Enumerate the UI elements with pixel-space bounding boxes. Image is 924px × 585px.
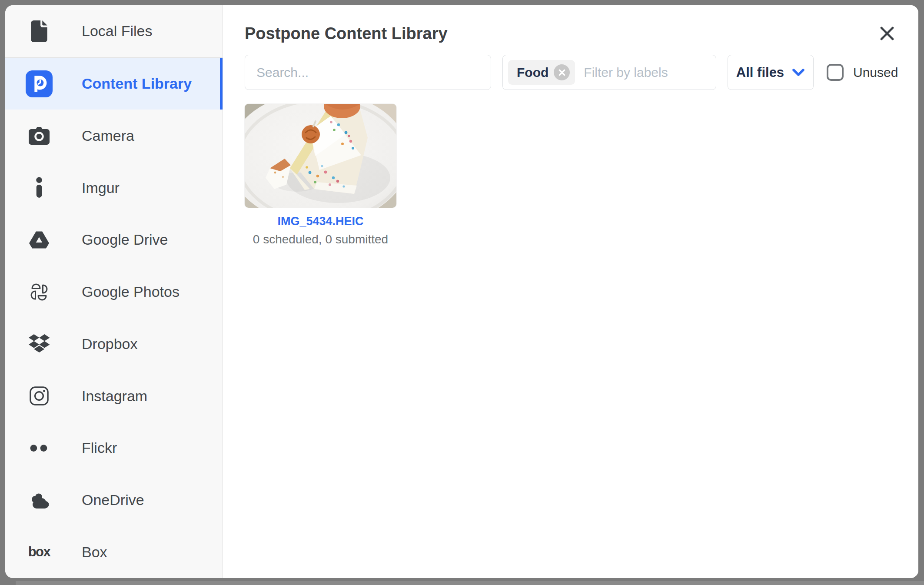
camera-icon xyxy=(25,122,53,150)
file-grid: IMG_5434.HEIC 0 scheduled, 0 submitted xyxy=(245,104,898,246)
unused-filter[interactable]: Unused xyxy=(827,64,898,81)
sidebar-item-onedrive[interactable]: OneDrive xyxy=(5,474,223,526)
label-filter-input[interactable] xyxy=(583,65,711,80)
sidebar-item-label: OneDrive xyxy=(82,492,144,509)
label-chip-food[interactable]: Food xyxy=(508,60,575,85)
sidebar-item-instagram[interactable]: Instagram xyxy=(5,370,223,422)
unused-checkbox[interactable] xyxy=(827,64,844,81)
google-photos-icon xyxy=(25,278,53,306)
chevron-down-icon xyxy=(792,68,805,77)
sidebar-item-label: Content Library xyxy=(82,75,192,92)
sidebar-item-camera[interactable]: Camera xyxy=(5,110,223,162)
horizontal-scrollbar[interactable] xyxy=(16,581,924,585)
sidebar-item-imgur[interactable]: Imgur xyxy=(5,162,223,214)
unused-checkbox-label: Unused xyxy=(853,65,898,80)
label-filter[interactable]: Food xyxy=(502,55,716,90)
file-type-select[interactable]: All files xyxy=(728,55,814,90)
sidebar-item-label: Instagram xyxy=(82,388,147,405)
filter-toolbar: Food All files xyxy=(245,55,898,90)
sidebar-item-label: Imgur xyxy=(82,179,120,196)
document-icon xyxy=(25,17,53,45)
sidebar-item-box[interactable]: box Box xyxy=(5,526,223,578)
onedrive-icon xyxy=(25,486,53,514)
sidebar-item-dropbox[interactable]: Dropbox xyxy=(5,318,223,370)
imgur-icon xyxy=(25,174,53,202)
file-thumbnail[interactable] xyxy=(245,104,396,208)
search-input[interactable] xyxy=(245,55,491,90)
file-type-select-value: All files xyxy=(736,65,784,80)
sidebar-item-flickr[interactable]: Flickr xyxy=(5,422,223,474)
sidebar-item-label: Camera xyxy=(82,127,134,144)
circle-x-icon xyxy=(558,69,565,76)
source-sidebar: Local Files Content Library xyxy=(5,5,223,578)
box-logo-icon: box xyxy=(25,538,53,566)
file-name-link[interactable]: IMG_5434.HEIC xyxy=(277,215,363,228)
sidebar-item-content-library[interactable]: Content Library xyxy=(5,57,223,110)
google-drive-icon xyxy=(25,226,53,254)
postpone-logo-icon xyxy=(25,70,53,98)
file-status: 0 scheduled, 0 submitted xyxy=(253,233,388,246)
flickr-icon xyxy=(25,434,53,462)
sidebar-item-label: Flickr xyxy=(82,439,117,456)
close-button[interactable] xyxy=(876,23,898,44)
file-card: IMG_5434.HEIC 0 scheduled, 0 submitted xyxy=(245,104,396,246)
modal-header: Postpone Content Library xyxy=(245,23,898,44)
sidebar-item-google-drive[interactable]: Google Drive xyxy=(5,214,223,266)
cake-photo xyxy=(245,104,396,208)
content-library-modal: Local Files Content Library xyxy=(5,5,918,578)
label-chip-text: Food xyxy=(517,65,548,80)
sidebar-item-label: Local Files xyxy=(82,23,153,40)
close-icon xyxy=(877,23,897,43)
library-panel: Postpone Content Library Food xyxy=(223,5,918,578)
sidebar-item-google-photos[interactable]: Google Photos xyxy=(5,266,223,318)
sidebar-item-label: Google Photos xyxy=(82,283,179,300)
remove-label-button[interactable] xyxy=(554,64,570,80)
sidebar-item-label: Box xyxy=(82,544,107,561)
page-title: Postpone Content Library xyxy=(245,24,448,43)
page-backdrop: Local Files Content Library xyxy=(0,0,924,585)
sidebar-item-label: Dropbox xyxy=(82,336,138,352)
sidebar-item-local-files[interactable]: Local Files xyxy=(5,5,223,57)
dropbox-icon xyxy=(25,330,53,358)
instagram-icon xyxy=(25,382,53,410)
sidebar-item-label: Google Drive xyxy=(82,231,168,248)
